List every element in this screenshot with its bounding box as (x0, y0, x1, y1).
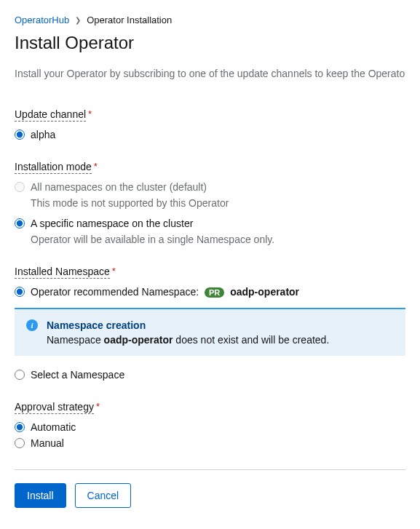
help-all-namespaces: This mode is not supported by this Opera… (31, 197, 405, 209)
radio-label-automatic[interactable]: Automatic (31, 421, 76, 433)
cancel-button[interactable]: Cancel (75, 483, 132, 508)
field-installation-mode: Installation mode* All namespaces on the… (15, 161, 405, 245)
install-button[interactable]: Install (15, 483, 66, 508)
breadcrumb-link-operatorhub[interactable]: OperatorHub (15, 15, 69, 25)
page-description: Install your Operator by subscribing to … (15, 68, 405, 79)
radio-all-namespaces (15, 182, 25, 192)
field-installed-namespace: Installed Namespace* Operator recommende… (15, 266, 405, 381)
alert-body: Namespace oadp-operator does not exist a… (47, 334, 394, 346)
radio-manual[interactable] (15, 438, 25, 448)
divider (15, 469, 405, 470)
alert-title: Namespace creation (47, 319, 394, 331)
radio-label-recommended-namespace[interactable]: Operator recommended Namespace: PR oadp-… (31, 286, 299, 298)
info-icon: i (26, 319, 38, 331)
required-marker: * (96, 401, 100, 412)
required-marker: * (112, 266, 116, 277)
radio-label-select-namespace[interactable]: Select a Namespace (31, 369, 124, 381)
recommended-namespace-name: oadp-operator (230, 286, 299, 298)
radio-automatic[interactable] (15, 422, 25, 432)
label-install-mode: Installation mode (15, 161, 92, 174)
radio-label-all-namespaces: All namespaces on the cluster (default) (31, 181, 207, 193)
required-marker: * (94, 161, 98, 172)
radio-recommended-namespace[interactable] (15, 287, 25, 297)
radio-label-manual[interactable]: Manual (31, 437, 64, 449)
radio-label-specific-namespace[interactable]: A specific namespace on the cluster (31, 218, 193, 229)
recommended-prefix: Operator recommended Namespace: (31, 286, 199, 298)
page-title: Install Operator (15, 33, 405, 53)
label-update-channel: Update channel (15, 108, 86, 122)
radio-select-namespace[interactable] (15, 370, 25, 380)
field-approval-strategy: Approval strategy* Automatic Manual (15, 401, 405, 449)
field-update-channel: Update channel* alpha (15, 108, 405, 140)
radio-specific-namespace[interactable] (15, 218, 25, 228)
help-specific-namespace: Operator will be available in a single N… (31, 234, 405, 245)
label-installed-namespace: Installed Namespace (15, 266, 110, 279)
required-marker: * (88, 108, 92, 119)
label-approval-strategy: Approval strategy (15, 401, 94, 414)
breadcrumb-current: Operator Installation (87, 15, 172, 25)
project-badge: PR (205, 287, 224, 298)
radio-alpha[interactable] (15, 130, 25, 140)
radio-label-alpha[interactable]: alpha (31, 129, 55, 140)
button-row: Install Cancel (15, 483, 405, 508)
chevron-right-icon: ❯ (75, 16, 81, 24)
alert-namespace-creation: i Namespace creation Namespace oadp-oper… (15, 308, 405, 356)
breadcrumb: OperatorHub ❯ Operator Installation (15, 15, 405, 25)
